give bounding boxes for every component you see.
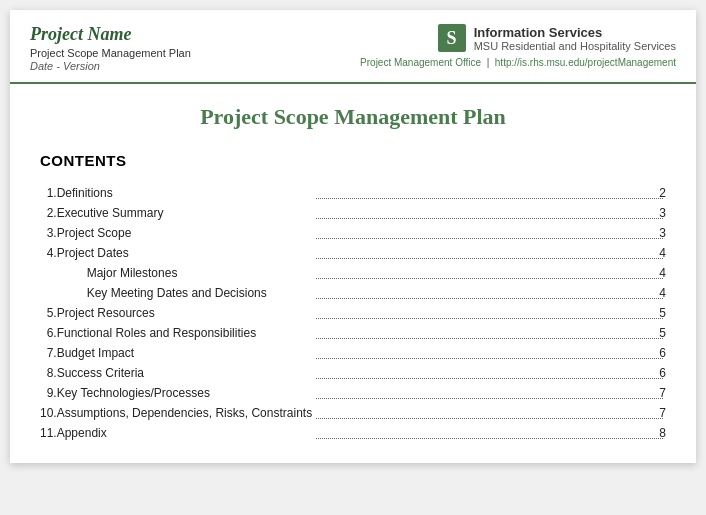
toc-label: Success Criteria (57, 363, 312, 383)
toc-num: 4. (40, 243, 57, 263)
org-name: Information Services (474, 25, 676, 40)
toc-page: 7 (659, 383, 666, 403)
toc-dots (316, 258, 663, 259)
toc-page: 4 (659, 263, 666, 283)
toc-row: 8.Success Criteria6 (40, 363, 666, 383)
toc-num: 11. (40, 423, 57, 443)
toc-page: 2 (659, 183, 666, 203)
toc-dots (316, 438, 663, 439)
toc-dots (316, 218, 663, 219)
header-left: Project Name Project Scope Management Pl… (30, 24, 191, 72)
toc-label: Assumptions, Dependencies, Risks, Constr… (57, 403, 312, 423)
header-subtitle: Project Scope Management Plan (30, 47, 191, 59)
toc-dots-cell (312, 343, 659, 363)
toc-dots-cell (312, 183, 659, 203)
toc-dots (316, 338, 663, 339)
toc-num: 10. (40, 403, 57, 423)
header-date: Date - Version (30, 60, 191, 72)
toc-dots-cell (312, 323, 659, 343)
toc-dots (316, 378, 663, 379)
doc-title: Project Scope Management Plan (40, 104, 666, 130)
toc-label: Project Dates (57, 243, 312, 263)
toc-row: 6.Functional Roles and Responsibilities5 (40, 323, 666, 343)
toc-num: 6. (40, 323, 57, 343)
toc-page: 4 (659, 243, 666, 263)
toc-dots (316, 358, 663, 359)
toc-row: 7.Budget Impact6 (40, 343, 666, 363)
toc-row: 11.Appendix8 (40, 423, 666, 443)
toc-page: 7 (659, 403, 666, 423)
page: Project Name Project Scope Management Pl… (10, 10, 696, 463)
toc-dots-cell (312, 303, 659, 323)
toc-num: 3. (40, 223, 57, 243)
toc-table: 1.Definitions22.Executive Summary33.Proj… (40, 183, 666, 443)
toc-dots-cell (312, 223, 659, 243)
toc-dots (316, 418, 663, 419)
toc-row: Major Milestones4 (40, 263, 666, 283)
header-pmo: Project Management Office | http://is.rh… (360, 57, 676, 68)
toc-dots (316, 198, 663, 199)
toc-page: 5 (659, 323, 666, 343)
toc-label: Appendix (57, 423, 312, 443)
toc-heading: CONTENTS (40, 152, 666, 169)
toc-row: 10.Assumptions, Dependencies, Risks, Con… (40, 403, 666, 423)
toc-dots (316, 238, 663, 239)
toc-page: 8 (659, 423, 666, 443)
toc-page: 5 (659, 303, 666, 323)
toc-num: 1. (40, 183, 57, 203)
toc-label: Budget Impact (57, 343, 312, 363)
toc-num: 2. (40, 203, 57, 223)
toc-page: 3 (659, 203, 666, 223)
toc-dots-cell (312, 423, 659, 443)
header-logo-row: S Information Services MSU Residential a… (360, 24, 676, 52)
toc-dots (316, 298, 663, 299)
toc-label: Project Scope (57, 223, 312, 243)
toc-row: 3.Project Scope3 (40, 223, 666, 243)
toc-dots-cell (312, 283, 659, 303)
toc-row: 2.Executive Summary3 (40, 203, 666, 223)
toc-row: 4.Project Dates4 (40, 243, 666, 263)
toc-num (40, 283, 57, 303)
toc-dots-cell (312, 403, 659, 423)
toc-num: 5. (40, 303, 57, 323)
toc-num: 7. (40, 343, 57, 363)
toc-dots-cell (312, 363, 659, 383)
toc-dots (316, 318, 663, 319)
toc-label: Key Meeting Dates and Decisions (57, 283, 312, 303)
toc-dots-cell (312, 203, 659, 223)
header-org: Information Services MSU Residential and… (474, 25, 676, 52)
toc-num: 9. (40, 383, 57, 403)
toc-page: 3 (659, 223, 666, 243)
org-sub: MSU Residential and Hospitality Services (474, 40, 676, 52)
toc-row: Key Meeting Dates and Decisions4 (40, 283, 666, 303)
project-name: Project Name (30, 24, 191, 45)
toc-label: Functional Roles and Responsibilities (57, 323, 312, 343)
toc-page: 6 (659, 343, 666, 363)
toc-page: 6 (659, 363, 666, 383)
toc-row: 9.Key Technologies/Processes7 (40, 383, 666, 403)
toc-dots (316, 278, 663, 279)
toc-dots-cell (312, 243, 659, 263)
toc-row: 5.Project Resources5 (40, 303, 666, 323)
logo-s: S (438, 24, 466, 52)
content: Project Scope Management Plan CONTENTS 1… (10, 84, 696, 463)
toc-label: Key Technologies/Processes (57, 383, 312, 403)
toc-num (40, 263, 57, 283)
toc-page: 4 (659, 283, 666, 303)
toc-dots (316, 398, 663, 399)
toc-label: Definitions (57, 183, 312, 203)
toc-label: Project Resources (57, 303, 312, 323)
header-right: S Information Services MSU Residential a… (360, 24, 676, 68)
toc-label: Executive Summary (57, 203, 312, 223)
pmo-label: Project Management Office (360, 57, 481, 68)
toc-num: 8. (40, 363, 57, 383)
pmo-url: http://is.rhs.msu.edu/projectManagement (495, 57, 676, 68)
toc-label: Major Milestones (57, 263, 312, 283)
header: Project Name Project Scope Management Pl… (10, 10, 696, 84)
toc-dots-cell (312, 383, 659, 403)
toc-dots-cell (312, 263, 659, 283)
toc-row: 1.Definitions2 (40, 183, 666, 203)
